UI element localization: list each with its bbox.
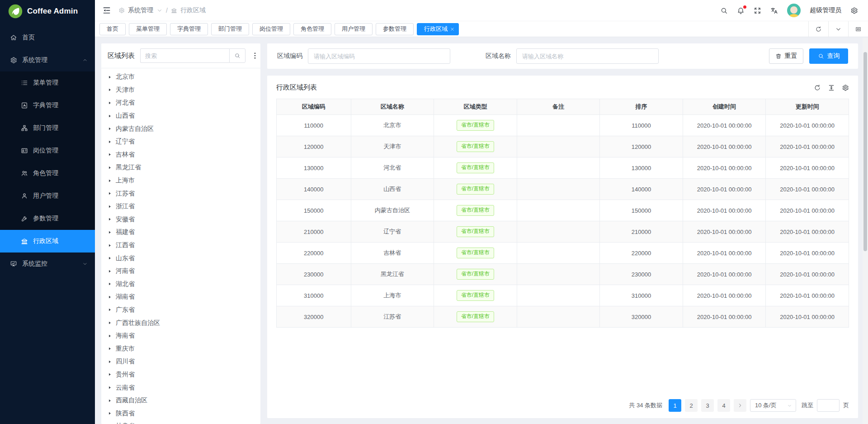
translate-icon[interactable] bbox=[770, 7, 778, 14]
caret-right-icon[interactable] bbox=[108, 321, 112, 325]
caret-right-icon[interactable] bbox=[108, 411, 112, 415]
sidebar-item-post-management[interactable]: 岗位管理 bbox=[0, 139, 95, 162]
caret-right-icon[interactable] bbox=[108, 399, 112, 403]
tree-item[interactable]: 辽宁省 bbox=[101, 135, 260, 148]
page-button-4[interactable]: 4 bbox=[717, 399, 730, 412]
tree-item[interactable]: 浙江省 bbox=[101, 200, 260, 213]
table-row[interactable]: 220000吉林省省市/直辖市2200002020-10-01 00:00:00… bbox=[277, 243, 849, 264]
caret-right-icon[interactable] bbox=[108, 205, 112, 209]
caret-right-icon[interactable] bbox=[108, 347, 112, 351]
caret-right-icon[interactable] bbox=[108, 179, 112, 183]
table-row[interactable]: 210000辽宁省省市/直辖市2100002020-10-01 00:00:00… bbox=[277, 221, 849, 243]
table-row[interactable]: 110000北京市省市/直辖市1100002020-10-01 00:00:00… bbox=[277, 115, 849, 136]
fullscreen-icon[interactable] bbox=[754, 7, 761, 14]
caret-right-icon[interactable] bbox=[108, 256, 112, 260]
tree-item[interactable]: 西藏自治区 bbox=[101, 394, 260, 407]
sidebar-item-system-management[interactable]: 系统管理 bbox=[0, 49, 95, 71]
sidebar-item-param-management[interactable]: 参数管理 bbox=[0, 207, 95, 230]
page-button-2[interactable]: 2 bbox=[685, 399, 698, 412]
tab-dept-management[interactable]: 部门管理 bbox=[211, 23, 249, 35]
caret-right-icon[interactable] bbox=[108, 360, 112, 364]
sidebar-item-user-management[interactable]: 用户管理 bbox=[0, 185, 95, 207]
tree-item[interactable]: 重庆市 bbox=[101, 342, 260, 355]
caret-right-icon[interactable] bbox=[108, 295, 112, 299]
settings-icon[interactable] bbox=[842, 84, 849, 91]
caret-right-icon[interactable] bbox=[108, 191, 112, 195]
tree-item[interactable]: 河北省 bbox=[101, 96, 260, 110]
caret-right-icon[interactable] bbox=[108, 269, 112, 273]
tree-item[interactable]: 江西省 bbox=[101, 239, 260, 252]
table-row[interactable]: 150000内蒙古自治区省市/直辖市1500002020-10-01 00:00… bbox=[277, 200, 849, 221]
caret-right-icon[interactable] bbox=[108, 230, 112, 234]
sidebar-item-system-monitor[interactable]: 系统监控 bbox=[0, 252, 95, 275]
page-scrollbar[interactable] bbox=[863, 38, 868, 424]
caret-right-icon[interactable] bbox=[108, 88, 112, 92]
caret-right-icon[interactable] bbox=[108, 101, 112, 105]
table-row[interactable]: 310000上海市省市/直辖市3100002020-10-01 00:00:00… bbox=[277, 285, 849, 306]
caret-right-icon[interactable] bbox=[108, 372, 112, 376]
sidebar-item-role-management[interactable]: 角色管理 bbox=[0, 162, 95, 185]
tree-item[interactable]: 四川省 bbox=[101, 355, 260, 368]
caret-right-icon[interactable] bbox=[108, 217, 112, 221]
tab-post-management[interactable]: 岗位管理 bbox=[252, 23, 290, 35]
kebab-menu-icon[interactable] bbox=[251, 52, 259, 60]
chevron-down-tab-action[interactable] bbox=[828, 21, 848, 37]
tree-item[interactable]: 河南省 bbox=[101, 265, 260, 278]
caret-right-icon[interactable] bbox=[108, 282, 112, 286]
refresh-icon[interactable] bbox=[814, 84, 821, 91]
column-height-icon[interactable] bbox=[828, 84, 835, 91]
notifications-button[interactable] bbox=[737, 7, 745, 14]
caret-right-icon[interactable] bbox=[108, 243, 112, 248]
avatar[interactable] bbox=[787, 4, 801, 17]
tree-item[interactable]: 陕西省 bbox=[101, 407, 260, 420]
scrollbar-thumb[interactable] bbox=[863, 52, 867, 251]
tab-dict-management[interactable]: 字典管理 bbox=[170, 23, 208, 35]
tree-item[interactable]: 山东省 bbox=[101, 252, 260, 265]
tree-item[interactable]: 北京市 bbox=[101, 71, 260, 84]
tree-item[interactable]: 黑龙江省 bbox=[101, 161, 260, 174]
tab-home[interactable]: 首页 bbox=[99, 23, 126, 35]
tree-item[interactable]: 贵州省 bbox=[101, 368, 260, 381]
tree-item[interactable]: 山西省 bbox=[101, 110, 260, 123]
tab-menu-management[interactable]: 菜单管理 bbox=[129, 23, 167, 35]
table-row[interactable]: 230000黑龙江省省市/直辖市2300002020-10-01 00:00:0… bbox=[277, 264, 849, 285]
reset-button[interactable]: 重置 bbox=[769, 48, 803, 64]
caret-right-icon[interactable] bbox=[108, 75, 112, 79]
caret-right-icon[interactable] bbox=[108, 166, 112, 170]
next-page-button[interactable] bbox=[734, 399, 746, 412]
tree-item[interactable]: 福建省 bbox=[101, 226, 260, 239]
sidebar-item-home[interactable]: 首页 bbox=[0, 26, 95, 49]
collapse-sidebar-icon[interactable] bbox=[102, 6, 111, 15]
close-icon[interactable] bbox=[450, 27, 454, 31]
tree-search-input[interactable] bbox=[140, 48, 229, 63]
tree-item[interactable]: 吉林省 bbox=[101, 148, 260, 162]
tree-item[interactable]: 云南省 bbox=[101, 381, 260, 394]
sidebar-item-dept-management[interactable]: 部门管理 bbox=[0, 117, 95, 139]
caret-right-icon[interactable] bbox=[108, 127, 112, 131]
tree-item[interactable]: 内蒙古自治区 bbox=[101, 122, 260, 135]
tree-item[interactable]: 广西壮族自治区 bbox=[101, 316, 260, 329]
table-row[interactable]: 320000江苏省省市/直辖市3200002020-10-01 00:00:00… bbox=[277, 306, 849, 328]
page-size-select[interactable]: 10 条/页 bbox=[750, 399, 796, 412]
table-row[interactable]: 130000河北省省市/直辖市1300002020-10-01 00:00:00… bbox=[277, 157, 849, 179]
user-name[interactable]: 超级管理员 bbox=[810, 6, 841, 14]
tree-item[interactable]: 湖南省 bbox=[101, 291, 260, 304]
sidebar-item-dict-management[interactable]: 字典管理 bbox=[0, 94, 95, 117]
sidebar-item-admin-region[interactable]: 行政区域 bbox=[0, 230, 95, 252]
page-button-1[interactable]: 1 bbox=[669, 399, 681, 412]
table-row[interactable]: 140000山西省省市/直辖市1400002020-10-01 00:00:00… bbox=[277, 179, 849, 200]
caret-right-icon[interactable] bbox=[108, 152, 112, 157]
maximize-tab-action[interactable] bbox=[848, 21, 868, 37]
caret-right-icon[interactable] bbox=[108, 140, 112, 144]
region-code-input[interactable] bbox=[308, 48, 450, 64]
caret-right-icon[interactable] bbox=[108, 386, 112, 390]
tree-item[interactable]: 广东省 bbox=[101, 304, 260, 317]
region-name-input[interactable] bbox=[516, 48, 659, 64]
tab-param-management[interactable]: 参数管理 bbox=[376, 23, 414, 35]
jump-page-input[interactable] bbox=[817, 399, 840, 412]
tree-item[interactable]: 湖北省 bbox=[101, 278, 260, 291]
tree-item[interactable]: 安徽省 bbox=[101, 213, 260, 226]
search-button[interactable]: 查询 bbox=[809, 48, 848, 64]
settings-icon[interactable] bbox=[850, 7, 858, 14]
page-button-3[interactable]: 3 bbox=[701, 399, 714, 412]
